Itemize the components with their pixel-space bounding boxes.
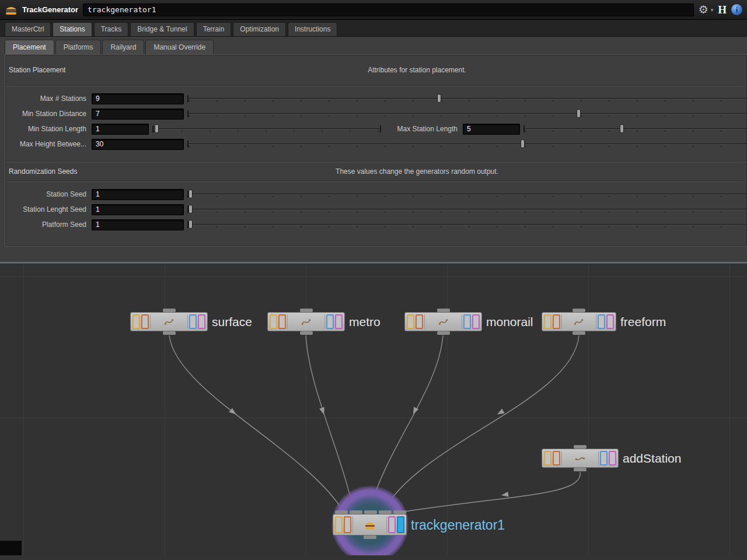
param-value-field[interactable]: 1 [92, 189, 184, 200]
template-flag-icon[interactable] [416, 314, 423, 329]
houdini-operator-icon[interactable]: H [718, 4, 727, 16]
gear-icon[interactable]: ⚙ [699, 4, 708, 16]
output-connector[interactable] [574, 468, 587, 471]
tab-platforms[interactable]: Platforms [55, 40, 102, 54]
tab-masterctrl[interactable]: MasterCtrl [5, 22, 51, 36]
node-label: metro [349, 315, 381, 329]
tab-stations[interactable]: Stations [53, 22, 92, 36]
display-flag-icon[interactable] [609, 451, 616, 466]
input-connector[interactable] [379, 510, 392, 514]
input-connector[interactable] [574, 445, 587, 449]
tab-bridge-tunnel[interactable]: Bridge & Tunnel [130, 22, 194, 36]
param-value-field[interactable]: 1 [92, 204, 184, 215]
tab-terrain[interactable]: Terrain [196, 22, 232, 36]
template-flag-icon[interactable] [278, 314, 286, 329]
node-addstation[interactable]: addStation [542, 449, 619, 468]
output-connector[interactable] [573, 331, 585, 335]
tab-placement[interactable]: Placement [5, 40, 54, 54]
param-slider[interactable] [187, 188, 747, 200]
slider-handle[interactable] [189, 220, 193, 229]
wire-monorail[interactable] [369, 335, 443, 511]
tab-manual-override[interactable]: Manual Override [145, 40, 214, 54]
render-flag-icon[interactable] [463, 314, 471, 329]
render-flag-icon[interactable] [326, 314, 334, 329]
tab-instructions[interactable]: Instructions [288, 22, 337, 36]
node-body[interactable] [542, 449, 619, 468]
info-icon[interactable]: i [731, 4, 742, 15]
template-flag-icon[interactable] [141, 314, 149, 329]
param-value-field[interactable]: 1 [92, 219, 184, 230]
render-flag-icon[interactable] [598, 314, 605, 329]
wire-metro[interactable] [306, 335, 354, 511]
slider-handle[interactable] [577, 109, 581, 118]
render-flag-icon[interactable] [189, 314, 197, 329]
input-connector[interactable] [163, 309, 176, 312]
wire-addstation[interactable] [400, 472, 580, 512]
bypass-flag-icon[interactable] [544, 314, 551, 329]
output-connector[interactable] [437, 331, 450, 335]
output-connector[interactable] [163, 331, 176, 335]
node-freeform[interactable]: freeform [542, 312, 616, 331]
param-value-field[interactable]: 1 [92, 124, 149, 135]
node-trackgenerator1[interactable]: trackgenerator1 [333, 514, 407, 536]
template-flag-icon[interactable] [553, 451, 560, 466]
output-connector[interactable] [300, 331, 313, 335]
node-name-input[interactable] [83, 4, 694, 16]
node-body[interactable] [130, 312, 208, 331]
slider-handle[interactable] [521, 139, 525, 148]
param-slider[interactable] [187, 204, 747, 215]
display-flag-icon[interactable] [397, 516, 404, 533]
slider-handle[interactable] [620, 124, 624, 133]
param-value-field[interactable]: 9 [92, 93, 184, 104]
input-connector[interactable] [437, 309, 450, 312]
slider-handle[interactable] [155, 124, 159, 133]
render-flag-icon[interactable] [600, 451, 608, 466]
display-flag-icon[interactable] [335, 314, 343, 329]
bypass-flag-icon[interactable] [335, 516, 343, 533]
output-connector[interactable] [364, 536, 376, 539]
node-body[interactable] [542, 312, 616, 331]
param-value-field[interactable]: 7 [92, 108, 184, 120]
param-slider[interactable] [152, 123, 381, 135]
param-slider[interactable] [187, 219, 747, 230]
tab-optimization[interactable]: Optimization [233, 22, 286, 36]
bypass-flag-icon[interactable] [544, 451, 551, 466]
slider-handle[interactable] [437, 94, 441, 103]
param-slider[interactable] [187, 93, 747, 104]
slider-handle[interactable] [189, 205, 193, 214]
display-flag-icon[interactable] [472, 314, 480, 329]
param-slider[interactable] [187, 138, 747, 150]
node-body[interactable] [333, 514, 407, 536]
input-connector[interactable] [300, 309, 313, 312]
display-flag-icon[interactable] [606, 314, 614, 329]
input-connector[interactable] [573, 309, 585, 312]
node-monorail[interactable]: monorail [404, 312, 482, 331]
param-slider[interactable] [187, 108, 747, 120]
node-body[interactable] [404, 312, 482, 331]
tab-tracks[interactable]: Tracks [94, 22, 129, 36]
bypass-flag-icon[interactable] [132, 314, 140, 329]
bypass-flag-icon[interactable] [407, 314, 414, 329]
template-flag-icon[interactable] [344, 516, 351, 533]
wire-surface[interactable] [169, 335, 343, 511]
param-value-field[interactable]: 30 [92, 139, 184, 150]
node-metro[interactable]: metro [267, 312, 345, 331]
input-connector[interactable] [364, 510, 377, 514]
chevron-down-icon[interactable]: ▾ [711, 7, 714, 13]
input-connector[interactable] [335, 510, 348, 514]
input-connector[interactable] [393, 510, 406, 514]
param-value-field[interactable]: 5 [463, 124, 520, 135]
render-flag-icon[interactable] [388, 516, 396, 533]
network-editor[interactable]: surface metro monorail [0, 264, 747, 555]
wire-freeform[interactable] [383, 335, 579, 511]
display-flag-icon[interactable] [198, 314, 205, 329]
node-label: trackgenerator1 [411, 517, 505, 533]
slider-handle[interactable] [189, 190, 193, 198]
tab-railyard[interactable]: Railyard [102, 40, 144, 54]
node-body[interactable] [267, 312, 345, 331]
param-slider[interactable] [523, 123, 747, 135]
input-connector[interactable] [350, 510, 362, 514]
bypass-flag-icon[interactable] [270, 314, 277, 329]
template-flag-icon[interactable] [553, 314, 560, 329]
node-surface[interactable]: surface [130, 312, 208, 331]
